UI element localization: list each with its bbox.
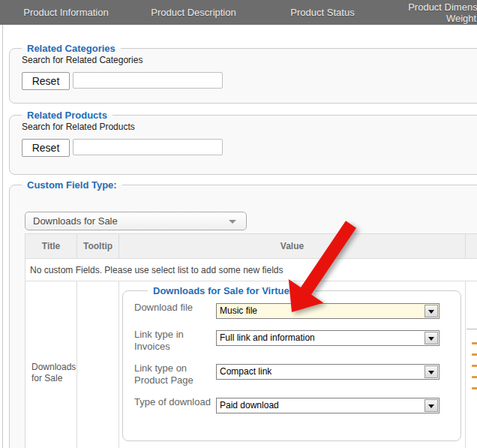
row-extra-cell bbox=[466, 281, 477, 448]
chevron-down-icon bbox=[229, 220, 236, 224]
custom-field-type-select-value: Downloads for Sale bbox=[33, 215, 118, 227]
downloads-for-sale-legend: Downloads for Sale for VirtueMart bbox=[148, 285, 315, 296]
product-tab-bar: Product Information Product Description … bbox=[0, 0, 477, 25]
download-file-select-value: Music file bbox=[220, 305, 257, 316]
custom-fields-table: Title Tooltip Value No custom Fields. Pl… bbox=[25, 233, 477, 448]
downloads-for-sale-panel: Downloads for Sale for VirtueMart Downlo… bbox=[122, 285, 461, 441]
download-file-select[interactable]: Music file bbox=[216, 303, 440, 319]
product-edit-page: Product Information Product Description … bbox=[0, 0, 477, 448]
column-header-tooltip: Tooltip bbox=[77, 234, 119, 259]
link-type-product-page-label: Link type on Product Page bbox=[134, 362, 216, 386]
custom-field-type-panel: Custom Field Type: Downloads for Sale Ti… bbox=[9, 179, 477, 448]
row-title-cell: Downloads for Sale bbox=[26, 281, 77, 448]
link-type-invoices-select[interactable]: Full link and information bbox=[216, 330, 440, 346]
dropdown-arrow-icon[interactable] bbox=[424, 365, 438, 378]
custom-field-type-legend: Custom Field Type: bbox=[22, 179, 122, 191]
type-of-download-select-value: Paid download bbox=[220, 400, 279, 410]
dropdown-arrow-icon[interactable] bbox=[424, 399, 438, 412]
related-categories-search-label: Search for Related Categories bbox=[22, 55, 477, 65]
download-file-label: Download file bbox=[134, 301, 216, 314]
column-header-title: Title bbox=[26, 234, 77, 259]
related-products-search-label: Search for Related Products bbox=[22, 122, 477, 132]
row-tooltip-cell bbox=[77, 281, 119, 448]
dropdown-arrow-icon[interactable] bbox=[424, 305, 438, 317]
related-categories-panel: Related Categories Search for Related Ca… bbox=[9, 43, 477, 104]
custom-field-type-select[interactable]: Downloads for Sale bbox=[25, 212, 247, 230]
tab-product-dimensions-weight[interactable]: Product Dimensions and Weight bbox=[390, 0, 477, 25]
type-of-download-select[interactable]: Paid download bbox=[216, 398, 440, 413]
related-categories-legend: Related Categories bbox=[22, 43, 121, 54]
link-type-product-page-select-value: Compact link bbox=[220, 366, 272, 377]
related-products-panel: Related Products Search for Related Prod… bbox=[9, 110, 477, 175]
related-categories-search-input[interactable] bbox=[73, 72, 223, 89]
clipped-right-content bbox=[466, 329, 477, 389]
dropdown-arrow-icon[interactable] bbox=[424, 332, 438, 344]
table-header-row: Title Tooltip Value bbox=[26, 234, 477, 259]
empty-message-row: No custom Fields. Please use select list… bbox=[26, 259, 477, 281]
link-type-invoices-label: Link type in Invoices bbox=[134, 328, 216, 353]
column-header-extra bbox=[466, 234, 477, 259]
tab-product-description[interactable]: Product Description bbox=[132, 0, 255, 25]
tab-product-status[interactable]: Product Status bbox=[255, 0, 390, 25]
column-header-value: Value bbox=[119, 234, 466, 259]
related-products-reset-button[interactable]: Reset bbox=[22, 139, 70, 157]
tab-product-information[interactable]: Product Information bbox=[0, 0, 132, 25]
type-of-download-label: Type of download bbox=[134, 395, 216, 408]
related-products-legend: Related Products bbox=[22, 110, 112, 121]
page-left-border bbox=[2, 25, 3, 448]
row-value-cell: Downloads for Sale for VirtueMart Downlo… bbox=[119, 281, 466, 448]
no-custom-fields-message: No custom Fields. Please use select list… bbox=[26, 259, 477, 281]
related-products-search-input[interactable] bbox=[73, 139, 223, 155]
link-type-product-page-select[interactable]: Compact link bbox=[216, 364, 440, 380]
link-type-invoices-select-value: Full link and information bbox=[220, 332, 315, 343]
table-row: Downloads for Sale Downloads for Sale fo… bbox=[26, 281, 477, 448]
related-categories-reset-button[interactable]: Reset bbox=[22, 72, 70, 90]
